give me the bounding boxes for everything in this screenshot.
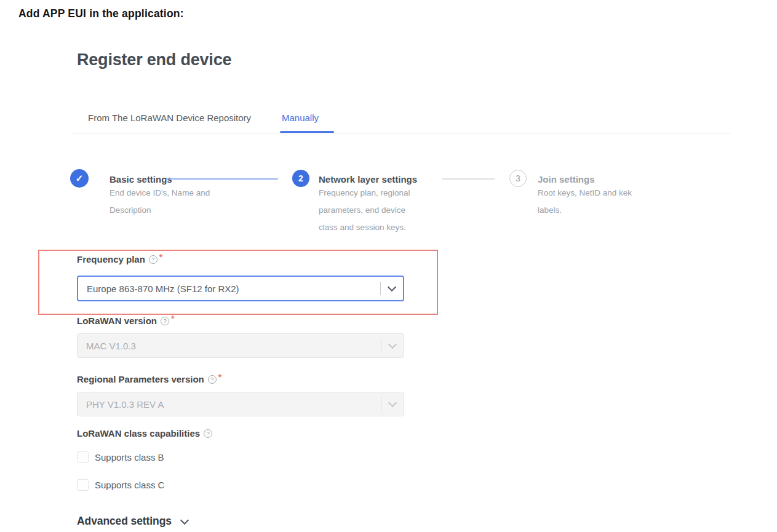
help-glyph: ? (151, 256, 154, 263)
step-2-title: Network layer settings (319, 174, 417, 185)
class-capabilities-label: LoRaWAN class capabilities ? (77, 428, 212, 439)
help-icon[interactable]: ? (149, 255, 157, 264)
lorawan-version-label-text: LoRaWAN version (77, 316, 157, 326)
step-3-description: Root keys, NetID and kek labels. (538, 185, 648, 219)
step-2-description: Frequency plan, regional parameters, end… (319, 185, 422, 236)
checkbox-unchecked-icon[interactable] (77, 451, 89, 463)
class-capabilities-label-text: LoRaWAN class capabilities (77, 428, 200, 439)
regional-parameters-version-value: PHY V1.0.3 REV A (78, 399, 381, 410)
chevron-down-icon (381, 402, 404, 406)
tab-device-repository[interactable]: From The LoRaWAN Device Repository (88, 113, 251, 123)
step-2-indicator: 2 (292, 170, 309, 187)
lorawan-version-label: LoRaWAN version ? * (77, 316, 174, 326)
help-icon[interactable]: ? (204, 429, 212, 438)
regional-parameters-version-select: PHY V1.0.3 REV A (77, 392, 404, 416)
frequency-plan-label-text: Frequency plan (77, 254, 145, 264)
required-asterisk: * (159, 252, 162, 262)
step-1-description: End device ID's, Name and Description (110, 185, 233, 219)
supports-class-b-label: Supports class B (95, 452, 164, 463)
lorawan-version-value: MAC V1.0.3 (78, 341, 381, 351)
tab-manually[interactable]: Manually (282, 113, 319, 123)
help-glyph: ? (206, 430, 209, 437)
frequency-plan-label: Frequency plan ? * (77, 254, 162, 264)
step-3-title: Join settings (538, 174, 595, 185)
step-1-title: Basic settings (110, 174, 172, 185)
doc-instruction-heading: Add APP EUI in the application: (18, 7, 184, 20)
frequency-plan-select[interactable]: Europe 863-870 MHz (SF12 for RX2) (77, 276, 404, 301)
help-glyph: ? (210, 376, 213, 383)
help-icon[interactable]: ? (208, 375, 217, 384)
help-icon[interactable]: ? (161, 317, 169, 325)
supports-class-c-checkbox-row[interactable]: Supports class C (77, 479, 164, 491)
step-connector-1 (167, 178, 278, 180)
required-asterisk: * (218, 372, 221, 382)
step-3-indicator: 3 (509, 170, 527, 187)
chevron-down-icon (180, 515, 189, 524)
screenshot-root: Add APP EUI in the application: Register… (0, 0, 777, 532)
step-1-check-icon: ✓ (70, 169, 89, 188)
step-connector-2 (442, 178, 495, 180)
advanced-settings-toggle[interactable]: Advanced settings (77, 515, 188, 528)
help-glyph: ? (163, 317, 166, 324)
tabs-divider (73, 133, 731, 133)
regional-parameters-version-label-text: Regional Parameters version (77, 374, 204, 384)
checkbox-unchecked-icon[interactable] (77, 479, 89, 491)
supports-class-b-checkbox-row[interactable]: Supports class B (77, 451, 164, 463)
regional-parameters-version-label: Regional Parameters version ? * (77, 374, 221, 384)
supports-class-c-label: Supports class C (95, 480, 164, 490)
required-asterisk: * (171, 314, 174, 324)
chevron-down-icon[interactable] (381, 287, 403, 290)
advanced-settings-label: Advanced settings (77, 515, 172, 528)
chevron-down-icon (381, 344, 404, 347)
lorawan-version-select: MAC V1.0.3 (77, 333, 404, 358)
page-title: Register end device (77, 50, 231, 69)
frequency-plan-value: Europe 863-870 MHz (SF12 for RX2) (78, 284, 380, 294)
